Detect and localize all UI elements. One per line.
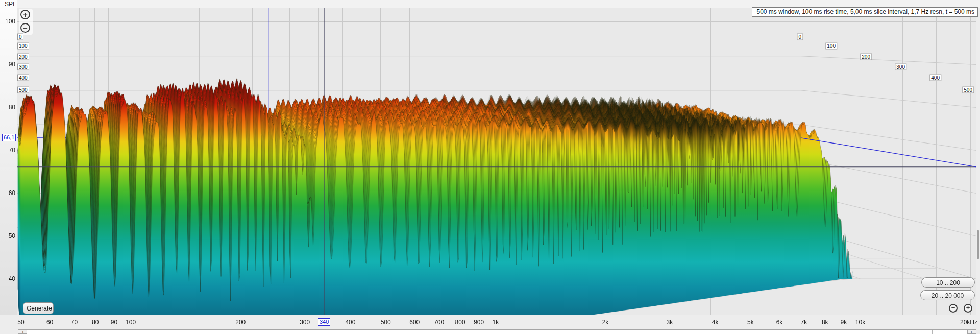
freq-tick-label: 60 [46,319,53,326]
scroll-right-button[interactable]: ▸ [967,329,976,334]
freq-tick-label: 500 [381,319,391,326]
freq-tick-label: 5k [747,319,754,326]
spl-tick-label: 90 [9,61,15,68]
time-tick-label-right: 500 [962,87,974,93]
generate-button[interactable]: Generate [23,302,54,314]
spl-tick-label: 60 [9,189,15,197]
freq-tick-label: 80 [92,319,99,326]
minus-circle-icon: − [23,23,28,32]
freq-zoom-in-button[interactable]: + [964,304,972,313]
freq-tick-label: 400 [345,319,355,326]
freq-tick-label: 50 [17,319,24,326]
rew-spl-waterfall-window: { "title": "SPL", "annotation": "500 ms … [0,0,980,334]
cursor-frequency-readout: 340 [318,318,330,326]
arrow-left-icon: ◂ [21,330,23,333]
freq-tick-label: 700 [434,319,444,326]
waterfall-plot-canvas[interactable] [0,0,980,334]
vertical-scrollbar-thumb[interactable] [977,230,979,259]
spl-tick-label: 40 [9,275,15,282]
freq-tick-label: 1k [493,319,499,326]
time-tick-label-right: 400 [929,75,941,81]
plus-circle-icon: + [23,10,28,19]
freq-tick-label: 2k [602,319,609,326]
spl-tick-label: 80 [9,104,15,111]
spl-tick-label: 100 [5,18,15,25]
time-tick-label-left: 200 [17,53,29,60]
plus-circle-icon: + [966,304,970,312]
range-20-20000-button[interactable]: 20 .. 20 000 [920,290,975,300]
time-tick-label-left: 500 [17,87,29,93]
cursor-spl-readout: 66,1 [2,134,16,141]
time-tick-label-left: 0 [17,33,23,40]
zoom-out-button[interactable]: − [20,23,30,33]
freq-tick-label: 7k [800,319,807,326]
freq-tick-label: 90 [111,319,117,326]
time-tick-label-left: 100 [17,43,29,50]
top-margin [0,0,980,8]
freq-tick-label: 20kHz [960,319,977,326]
freq-zoom-out-button[interactable]: − [949,304,958,313]
minus-circle-icon: − [951,304,955,312]
time-tick-label-right: 200 [860,53,872,60]
freq-tick-label: 100 [126,319,136,326]
freq-tick-label: 600 [409,319,420,326]
time-tick-label-right: 300 [895,63,906,70]
freq-tick-label: 200 [235,319,246,326]
horizontal-scrollbar-track[interactable] [18,329,976,334]
freq-tick-label: 8k [822,319,828,326]
spl-axis-title: SPL [5,1,16,8]
freq-tick-label: 9k [840,319,847,326]
freq-tick-label: 900 [474,319,484,326]
freq-tick-label: 6k [776,319,783,326]
freq-tick-label: 300 [300,319,310,326]
left-margin [0,0,17,315]
freq-tick-label: 4k [712,319,719,326]
zoom-in-button[interactable]: + [20,10,30,19]
spl-tick-label: 50 [9,232,15,240]
range-10-200-button[interactable]: 10 .. 200 [921,277,975,288]
freq-tick-label: 3k [667,319,673,326]
arrow-right-icon: ▸ [971,330,972,333]
freq-tick-label: 800 [455,319,465,326]
scroll-left-button[interactable]: ◂ [18,329,27,334]
measurement-settings-readout: 500 ms window, 100 ms rise time, 5,00 ms… [752,7,978,17]
time-tick-label-left: 400 [17,75,29,81]
spl-tick-label: 70 [9,147,15,154]
freq-tick-label: 70 [71,319,78,326]
scrollbar-thumb-edge[interactable] [932,330,933,334]
time-tick-label-right: 100 [825,43,837,50]
freq-tick-label: 10k [855,319,865,326]
time-tick-label-right: 0 [797,33,803,40]
time-tick-label-left: 300 [17,63,29,70]
